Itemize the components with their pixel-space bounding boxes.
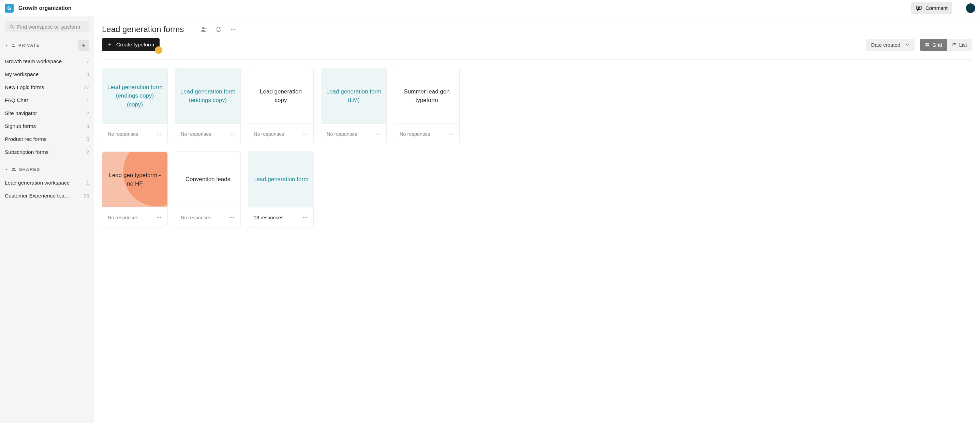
- toolbar: Create typeform Date created Grid List: [102, 38, 972, 60]
- topbar-right: Comment: [911, 2, 975, 14]
- people-icon: [11, 167, 16, 172]
- invite-members-button[interactable]: [200, 26, 207, 33]
- card-more-button[interactable]: [156, 131, 162, 137]
- topbar-left: G Growth organization: [5, 4, 72, 13]
- card-more-button[interactable]: [302, 131, 308, 137]
- plus-icon: [107, 42, 112, 47]
- view-list-button[interactable]: List: [947, 39, 972, 51]
- person-icon: [11, 43, 16, 48]
- form-card[interactable]: Lead gen typeform - no HF No responses: [102, 152, 168, 228]
- card-footer: 13 responses: [248, 207, 313, 228]
- card-responses: No responses: [399, 131, 430, 137]
- form-card[interactable]: Convention leads No responses: [175, 152, 241, 228]
- sidebar-item-label: FAQ Chat: [5, 97, 28, 103]
- card-preview: Lead generation form (endings copy) (cop…: [102, 68, 167, 123]
- card-more-button[interactable]: [156, 215, 162, 221]
- form-card[interactable]: Lead generation form (LM) No responses: [321, 68, 387, 144]
- sidebar-item-private[interactable]: Site navigator2: [5, 107, 89, 120]
- sidebar-item-private[interactable]: Product rec forms5: [5, 133, 89, 146]
- grid-label: Grid: [932, 42, 942, 48]
- form-card[interactable]: Summer lead gen typeform No responses: [394, 68, 460, 144]
- form-card[interactable]: Lead generation form (endings copy) No r…: [175, 68, 241, 144]
- card-footer: No responses: [394, 123, 459, 144]
- card-preview: Lead generation copy: [248, 68, 313, 123]
- card-footer: No responses: [321, 123, 387, 144]
- dots-icon: [302, 215, 308, 221]
- form-card[interactable]: Lead generation copy No responses: [248, 68, 314, 144]
- dots-icon: [156, 131, 162, 137]
- card-preview: Lead generation form (endings copy): [175, 68, 240, 123]
- sidebar-item-count: 1: [86, 97, 89, 103]
- toolbar-right: Date created Grid List: [866, 39, 972, 51]
- sidebar-item-label: Subscription forms: [5, 149, 48, 155]
- sidebar-section-private-toggle[interactable]: PRIVATE: [5, 43, 40, 48]
- comment-label: Comment: [926, 5, 948, 11]
- main-head: Lead generation forms: [102, 25, 972, 34]
- sidebar-item-count: 2: [86, 110, 89, 116]
- sidebar-section-shared-toggle[interactable]: SHARED: [5, 167, 40, 172]
- dots-icon: [229, 131, 235, 137]
- sidebar-item-shared[interactable]: Lead generation workspace1: [5, 176, 89, 189]
- add-workspace-button[interactable]: [78, 40, 89, 51]
- more-options-button[interactable]: [230, 26, 236, 32]
- sidebar-item-label: Growth team workspace: [5, 58, 62, 64]
- avatar[interactable]: [966, 3, 975, 13]
- sidebar-item-private[interactable]: New Logic forms27: [5, 81, 89, 94]
- sidebar-item-private[interactable]: Growth team workspace7: [5, 55, 89, 68]
- cards-grid: Lead generation form (endings copy) (cop…: [102, 60, 972, 228]
- card-more-button[interactable]: [229, 131, 235, 137]
- card-title: Summer lead gen typeform: [399, 87, 455, 105]
- card-footer: No responses: [102, 123, 167, 144]
- shared-label: SHARED: [19, 167, 40, 172]
- caret-down-icon: [5, 168, 8, 171]
- sidebar-item-count: 1: [86, 180, 89, 185]
- view-grid-button[interactable]: Grid: [920, 39, 947, 51]
- sort-label: Date created: [871, 42, 900, 48]
- sidebar-item-label: New Logic forms: [5, 84, 44, 90]
- card-title: Lead generation form (endings copy): [180, 87, 235, 105]
- view-toggle: Grid List: [920, 39, 972, 51]
- comment-button[interactable]: Comment: [911, 2, 952, 14]
- sidebar-item-label: Signup forms: [5, 123, 36, 129]
- card-responses: No responses: [181, 131, 211, 137]
- topbar-divider: [958, 3, 958, 14]
- card-responses: 13 responses: [254, 215, 283, 220]
- org-name[interactable]: Growth organization: [18, 5, 72, 11]
- sidebar-item-private[interactable]: My workspace3: [5, 68, 89, 81]
- card-footer: No responses: [175, 207, 240, 228]
- sidebar-item-count: 2: [86, 149, 89, 155]
- card-preview: Convention leads: [175, 152, 240, 207]
- sidebar-item-count: 5: [86, 136, 89, 142]
- search-input[interactable]: Find workspace or typeform: [5, 21, 89, 32]
- list-icon: [952, 42, 956, 47]
- form-card[interactable]: Lead generation form 13 responses: [248, 152, 314, 228]
- card-more-button[interactable]: [375, 131, 381, 137]
- form-card[interactable]: Lead generation form (endings copy) (cop…: [102, 68, 168, 144]
- org-badge[interactable]: G: [5, 4, 14, 13]
- sidebar-item-count: 27: [84, 85, 89, 90]
- sidebar-item-label: Lead generation workspace: [5, 180, 70, 186]
- sidebar-item-label: Customer Experience team …: [5, 193, 73, 199]
- sort-dropdown[interactable]: Date created: [866, 39, 915, 51]
- sidebar-item-private[interactable]: Subscription forms2: [5, 146, 89, 159]
- card-more-button[interactable]: [448, 131, 454, 137]
- highlight-dot: [155, 46, 162, 54]
- card-footer: No responses: [248, 123, 313, 144]
- sidebar-item-private[interactable]: FAQ Chat1: [5, 94, 89, 107]
- sidebar-item-count: 93: [84, 193, 89, 198]
- sidebar-item-shared[interactable]: Customer Experience team …93: [5, 189, 89, 202]
- sidebar-item-label: My workspace: [5, 71, 38, 77]
- list-label: List: [959, 42, 967, 48]
- card-title: Lead generation form: [253, 175, 309, 184]
- sidebar-item-private[interactable]: Signup forms3: [5, 120, 89, 133]
- shared-workspace-list: Lead generation workspace1Customer Exper…: [5, 176, 89, 202]
- card-responses: No responses: [108, 131, 138, 137]
- sync-button[interactable]: [215, 26, 222, 32]
- card-more-button[interactable]: [302, 215, 308, 221]
- create-typeform-button[interactable]: Create typeform: [102, 38, 159, 51]
- sidebar-section-private-head: PRIVATE: [5, 40, 89, 51]
- card-preview: Lead generation form (LM): [321, 68, 387, 123]
- grid-icon: [925, 42, 929, 47]
- card-responses: No responses: [254, 131, 284, 137]
- card-more-button[interactable]: [229, 215, 235, 221]
